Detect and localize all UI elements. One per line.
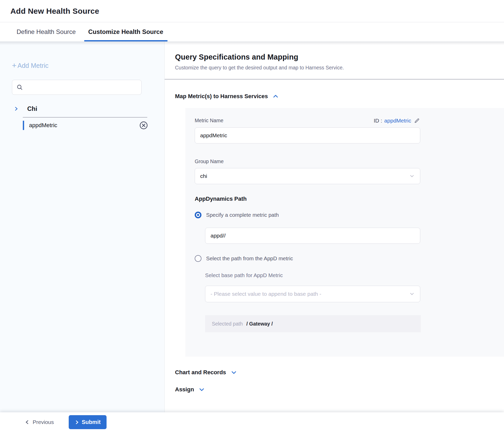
metric-item-label: appdMetric (29, 122, 57, 129)
map-metrics-form: Metric Name ID : appdMetric Group Name (185, 108, 504, 357)
assign-toggle[interactable]: Assign (175, 386, 504, 393)
appdynamics-path-title: AppDynamics Path (195, 196, 420, 202)
tab-define-label: Define Health Source (17, 28, 76, 35)
previous-label: Previous (33, 419, 54, 425)
chart-and-records-toggle[interactable]: Chart and Records (175, 369, 504, 376)
metric-search-input[interactable] (26, 84, 138, 90)
map-metrics-section-toggle[interactable]: Map Metric(s) to Harness Services (175, 93, 504, 100)
main-row: + Add Metric Chi appdMetric (0, 41, 504, 412)
radio-select-label: Select the path from the AppD metric (206, 255, 293, 262)
submit-label: Submit (82, 419, 101, 426)
chevron-down-icon (409, 291, 415, 297)
selected-path-bar: Selected path / Gateway / (205, 315, 421, 332)
search-icon (16, 84, 23, 91)
plus-icon: + (12, 62, 17, 69)
chevron-right-icon (74, 420, 79, 425)
remove-metric-button[interactable] (139, 120, 149, 130)
complete-metric-path-input[interactable] (205, 228, 420, 244)
metric-id-value[interactable]: appdMetric (384, 118, 411, 124)
tab-customize-label: Customize Health Source (88, 28, 163, 35)
metric-group-label: Chi (27, 105, 37, 112)
selected-indicator-bar (23, 121, 24, 130)
dialog-header: Add New Health Source (0, 0, 504, 22)
metric-item-appdmetric[interactable]: appdMetric (23, 118, 147, 133)
tab-define-health-source[interactable]: Define Health Source (17, 22, 76, 41)
edit-id-button[interactable] (414, 117, 420, 124)
base-path-placeholder: - Please select value to append to base … (211, 291, 321, 297)
add-metric-label: Add Metric (18, 62, 48, 69)
map-metrics-section-title: Map Metric(s) to Harness Services (175, 93, 268, 100)
radio-unselected-icon (195, 255, 201, 262)
radio-selected-icon (195, 212, 201, 218)
content-divider (165, 79, 504, 80)
circle-x-icon (139, 120, 149, 130)
add-metric-button[interactable]: + Add Metric (12, 62, 164, 69)
dialog-footer: Previous Submit (0, 412, 504, 432)
selected-path-label: Selected path (212, 321, 243, 327)
tab-bar: Define Health Source Customize Health So… (0, 22, 504, 41)
chevron-down-icon (199, 386, 205, 393)
radio-complete-metric-path[interactable]: Specify a complete metric path (195, 212, 420, 218)
pencil-icon (414, 117, 420, 124)
metric-id-label: ID : (374, 118, 382, 124)
metric-group-chi[interactable]: Chi (13, 105, 164, 112)
metric-name-label: Metric Name (195, 118, 223, 124)
radio-complete-label: Specify a complete metric path (206, 212, 279, 218)
assign-title: Assign (175, 386, 194, 393)
chevron-right-icon (13, 106, 19, 111)
group-name-value: chi (200, 173, 207, 179)
page-subtitle: Customize the query to get the desired o… (175, 65, 504, 71)
query-spec-panel: Query Specifications and Mapping Customi… (165, 41, 504, 412)
metrics-sidebar: + Add Metric Chi appdMetric (0, 41, 165, 412)
base-path-select[interactable]: - Please select value to append to base … (205, 286, 420, 302)
selected-path-value: / Gateway / (246, 321, 273, 327)
base-path-label: Select base path for AppD Metric (205, 272, 420, 278)
metric-item-left: appdMetric (23, 121, 57, 130)
tab-customize-health-source[interactable]: Customize Health Source (84, 22, 167, 41)
chevron-down-icon (231, 369, 237, 376)
form-column: Metric Name ID : appdMetric Group Name (195, 117, 420, 332)
metric-name-label-row: Metric Name ID : appdMetric (195, 117, 420, 124)
metric-search-box (12, 80, 142, 95)
dialog-title: Add New Health Source (10, 7, 99, 16)
previous-button[interactable]: Previous (25, 419, 54, 425)
group-name-select[interactable]: chi (195, 168, 420, 184)
chevron-left-icon (25, 420, 30, 425)
page-title: Query Specifications and Mapping (175, 53, 504, 61)
metric-id-group: ID : appdMetric (374, 117, 420, 124)
chevron-down-icon (409, 173, 415, 179)
radio-select-path[interactable]: Select the path from the AppD metric (195, 255, 420, 262)
metric-name-input[interactable] (195, 127, 420, 143)
chevron-up-icon (272, 93, 279, 99)
group-name-label: Group Name (195, 159, 420, 164)
submit-button[interactable]: Submit (69, 415, 107, 429)
chart-and-records-title: Chart and Records (175, 369, 226, 376)
